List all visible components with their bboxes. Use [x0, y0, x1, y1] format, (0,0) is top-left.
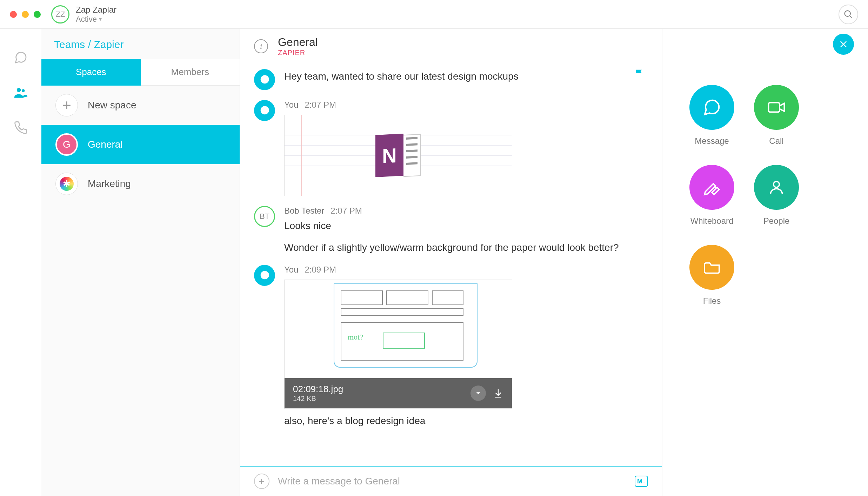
sidebar: Teams / Zapier Spaces Members + New spac… [41, 29, 240, 496]
nav-messages[interactable] [13, 50, 28, 65]
message-time: 2:07 PM [330, 206, 362, 215]
message-text: Looks nice [284, 219, 648, 233]
space-avatar: ✱ [55, 173, 78, 195]
tab-members[interactable]: Members [141, 59, 240, 86]
file-name: 02:09:18.jpg [293, 384, 463, 395]
action-call[interactable]: Call [754, 85, 799, 146]
svg-point-2 [17, 88, 21, 92]
search-button[interactable] [839, 5, 858, 24]
message-text: also, here's a blog redesign idea [284, 414, 648, 428]
action-message[interactable]: Message [689, 85, 735, 146]
attach-button[interactable]: + [254, 474, 269, 489]
svg-line-1 [850, 15, 852, 18]
compose-bar: + M↓ [240, 466, 662, 496]
message-time: 2:09 PM [305, 265, 336, 274]
onenote-icon: N [375, 134, 421, 176]
conversation-subtitle: ZAPIER [278, 49, 318, 57]
compose-input[interactable] [278, 476, 626, 487]
flag-icon[interactable] [634, 68, 645, 79]
close-panel-button[interactable] [833, 34, 854, 55]
svg-point-3 [22, 89, 25, 92]
message-text: Wonder if a slightly yellow/warm backgro… [284, 240, 648, 255]
download-button[interactable] [493, 388, 503, 398]
message-row: Hey team, wanted to share our latest des… [254, 64, 648, 95]
space-marketing[interactable]: ✱ Marketing [41, 164, 240, 203]
breadcrumb[interactable]: Teams / Zapier [41, 29, 240, 59]
titlebar: ZZ Zap Zaplar Active ▾ [0, 0, 868, 29]
message-row: BT Bob Tester2:07 PM Looks nice Wonder i… [254, 201, 648, 260]
message-time: 2:07 PM [305, 100, 336, 109]
minimize-window[interactable] [22, 11, 29, 18]
message-list[interactable]: Hey team, wanted to share our latest des… [240, 64, 662, 466]
info-icon[interactable]: i [254, 39, 268, 53]
action-panel: Message Call Whiteboard People Files [662, 29, 868, 496]
nav-calls[interactable] [13, 120, 28, 135]
message-avatar [254, 69, 275, 90]
status-dropdown[interactable]: Active ▾ [76, 15, 116, 24]
message-sender: Bob Tester [284, 206, 324, 215]
action-files[interactable]: Files [689, 245, 735, 306]
maximize-window[interactable] [34, 11, 41, 18]
attachment-image[interactable]: N [284, 115, 512, 196]
space-avatar: G [55, 133, 78, 156]
conversation-title: General [278, 36, 318, 49]
conversation-header: i General ZAPIER [240, 29, 662, 64]
plus-icon: + [55, 94, 78, 116]
message-sender: You [284, 100, 299, 109]
action-whiteboard[interactable]: Whiteboard [689, 165, 735, 226]
file-options-button[interactable] [470, 386, 486, 401]
markdown-toggle[interactable]: M↓ [635, 476, 648, 487]
nav-teams[interactable] [13, 85, 28, 100]
message-avatar: BT [254, 206, 275, 227]
current-user-avatar[interactable]: ZZ [51, 5, 69, 24]
close-window[interactable] [10, 11, 17, 18]
file-info-bar: 02:09:18.jpg 142 KB [285, 378, 512, 408]
conversation-pane: i General ZAPIER Hey team, wanted to sha… [240, 29, 662, 496]
new-space-button[interactable]: + New space [41, 86, 240, 125]
attachment-image[interactable]: mot? 02:09:18.jpg 142 KB [284, 280, 512, 409]
message-avatar [254, 100, 275, 121]
message-row: You2:09 PM mot? [254, 260, 648, 433]
tab-spaces[interactable]: Spaces [41, 59, 141, 86]
window-controls [10, 11, 41, 18]
svg-point-7 [774, 181, 780, 187]
message-row: You2:07 PM N [254, 95, 648, 201]
action-people[interactable]: People [754, 165, 799, 226]
space-general[interactable]: G General [41, 125, 240, 164]
file-size: 142 KB [293, 395, 463, 403]
message-avatar [254, 265, 275, 286]
chevron-down-icon: ▾ [99, 16, 102, 22]
svg-point-0 [845, 11, 850, 16]
current-user-name: Zap Zaplar [76, 5, 116, 15]
svg-rect-6 [769, 103, 780, 112]
nav-rail [0, 29, 41, 496]
message-text: Hey team, wanted to share our latest des… [284, 69, 648, 84]
message-sender: You [284, 265, 299, 274]
